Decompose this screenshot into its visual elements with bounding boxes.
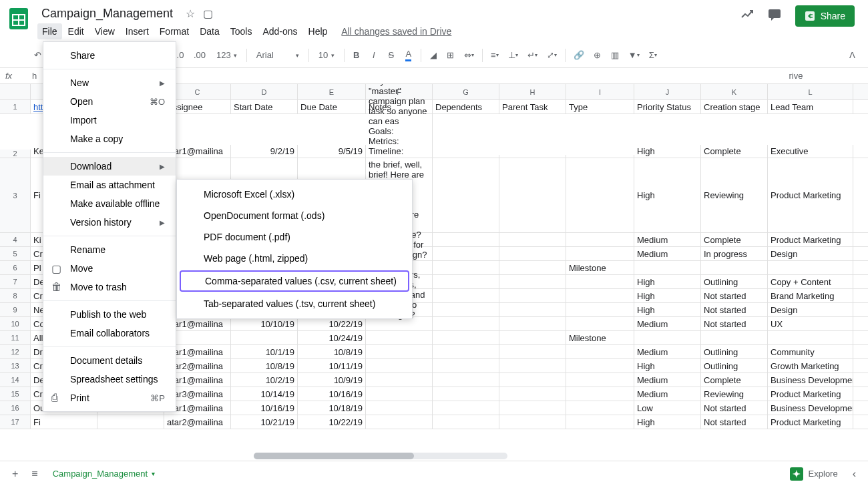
cell[interactable]: Dependents <box>433 100 499 113</box>
cell[interactable]: Outlining <box>701 359 768 373</box>
cell[interactable] <box>566 233 634 246</box>
cell[interactable]: In progress <box>701 247 768 260</box>
cell[interactable] <box>566 303 634 316</box>
cell[interactable] <box>499 415 566 429</box>
cell[interactable]: Community <box>768 345 853 358</box>
cell[interactable]: 10/22/19 <box>298 415 366 429</box>
menu-trash[interactable]: 🗑Move to trash <box>43 278 176 296</box>
cell[interactable] <box>433 345 499 358</box>
cell[interactable]: Medium <box>634 233 701 246</box>
row-num[interactable]: 11 <box>0 331 31 344</box>
cell[interactable] <box>499 303 566 316</box>
cell[interactable] <box>97 415 164 429</box>
cell[interactable] <box>499 345 566 358</box>
folder-icon[interactable]: ▢ <box>203 7 213 20</box>
cell[interactable]: 10/8/19 <box>231 359 298 373</box>
cell[interactable]: Complete <box>701 373 768 387</box>
cell[interactable] <box>499 289 566 302</box>
menu-email-collaborators[interactable]: Email collaborators <box>43 324 176 342</box>
row-num[interactable]: 12 <box>0 345 31 358</box>
menu-download[interactable]: Download▶ <box>43 157 176 176</box>
cell[interactable] <box>433 373 499 387</box>
cell[interactable] <box>433 317 499 330</box>
functions-icon[interactable]: Σ▾ <box>645 47 661 63</box>
cell[interactable]: Outlining <box>701 345 768 358</box>
document-title[interactable]: Campaign_Management <box>37 5 177 22</box>
menu-edit[interactable]: Edit <box>63 23 89 39</box>
cell[interactable]: High <box>634 158 701 232</box>
menu-doc-details[interactable]: Document details <box>43 351 176 370</box>
cell[interactable] <box>768 261 853 274</box>
menu-email-attachment[interactable]: Email as attachment <box>43 176 176 194</box>
cell[interactable]: Business Developmen <box>768 373 853 387</box>
increase-decimal-button[interactable]: .00 <box>190 47 210 63</box>
cell[interactable]: 10/16/19 <box>231 401 298 415</box>
cell[interactable]: High <box>634 359 701 373</box>
cell[interactable]: Outlining <box>701 275 768 288</box>
menu-make-copy[interactable]: Make a copy <box>43 130 176 148</box>
add-sheet-button[interactable]: + <box>5 464 25 484</box>
number-format-button[interactable]: 123▾ <box>211 49 242 61</box>
col-head-K[interactable]: K <box>701 84 768 99</box>
cell[interactable]: Medium <box>634 247 701 260</box>
row-num[interactable]: 9 <box>0 303 31 316</box>
cell[interactable] <box>433 247 499 260</box>
cell[interactable]: Type <box>566 100 634 113</box>
cell[interactable] <box>366 373 433 387</box>
menu-offline[interactable]: Make available offline <box>43 194 176 213</box>
filter-icon[interactable]: ▼▾ <box>624 47 644 63</box>
row-num[interactable]: 10 <box>0 317 31 330</box>
cell[interactable]: Copy + Content <box>768 275 853 288</box>
explore-button[interactable]: ✦ Explore <box>782 463 846 485</box>
cell[interactable] <box>566 415 634 429</box>
menu-format[interactable]: Format <box>155 23 194 39</box>
cell[interactable]: atar2@mailina <box>164 415 231 429</box>
cell[interactable] <box>433 331 499 344</box>
menu-addons[interactable]: Add-ons <box>258 23 302 39</box>
cell[interactable]: Product Marketing <box>768 415 853 429</box>
cell[interactable]: 10/24/19 <box>298 331 366 344</box>
menu-rename[interactable]: Rename <box>43 240 176 259</box>
menu-version-history[interactable]: Version history▶ <box>43 213 176 232</box>
trend-icon[interactable] <box>740 8 754 24</box>
cell[interactable] <box>433 155 499 158</box>
menu-view[interactable]: View <box>90 23 120 39</box>
cell[interactable]: UX <box>768 317 853 330</box>
cell[interactable]: Not started <box>701 401 768 415</box>
cell[interactable] <box>566 155 634 158</box>
menu-new[interactable]: New▶ <box>43 73 176 92</box>
cell[interactable] <box>366 359 433 373</box>
share-button[interactable]: Share <box>795 5 855 27</box>
row-num[interactable]: 3 <box>0 158 31 232</box>
cell[interactable]: Not started <box>701 415 768 429</box>
download-pdf[interactable]: PDF document (.pdf) <box>177 226 412 248</box>
rotate-icon[interactable]: ⤢▾ <box>543 47 561 63</box>
cell[interactable] <box>499 331 566 344</box>
cell[interactable]: 10/21/19 <box>231 415 298 429</box>
menu-help[interactable]: Help <box>304 23 333 39</box>
cell[interactable]: Parent Task <box>499 100 566 113</box>
download-ods[interactable]: OpenDocument format (.ods) <box>177 205 412 226</box>
valign-icon[interactable]: ⊥▾ <box>504 47 522 63</box>
cell[interactable]: Brand Marketing <box>768 289 853 302</box>
cell[interactable] <box>566 317 634 330</box>
cell[interactable]: 10/9/19 <box>298 373 366 387</box>
cell[interactable] <box>433 158 499 232</box>
sheets-logo-icon[interactable] <box>5 5 32 32</box>
cell[interactable]: 9/2/19 <box>231 145 298 158</box>
cell[interactable] <box>499 155 566 158</box>
row-num[interactable]: 1 <box>0 100 31 113</box>
cell[interactable]: Creation stage <box>701 100 768 113</box>
cell[interactable] <box>433 387 499 401</box>
cell[interactable] <box>566 289 634 302</box>
cell[interactable]: Business Developmen <box>768 401 853 415</box>
cell[interactable]: 10/8/19 <box>298 345 366 358</box>
row-num[interactable]: 15 <box>0 387 31 401</box>
italic-icon[interactable]: I <box>366 47 382 63</box>
menu-move[interactable]: ▢Move <box>43 259 176 278</box>
col-head-E[interactable]: E <box>298 84 366 99</box>
cell[interactable] <box>566 401 634 415</box>
cell[interactable] <box>366 387 433 401</box>
cell[interactable]: Reviewing <box>701 387 768 401</box>
cell[interactable] <box>433 401 499 415</box>
